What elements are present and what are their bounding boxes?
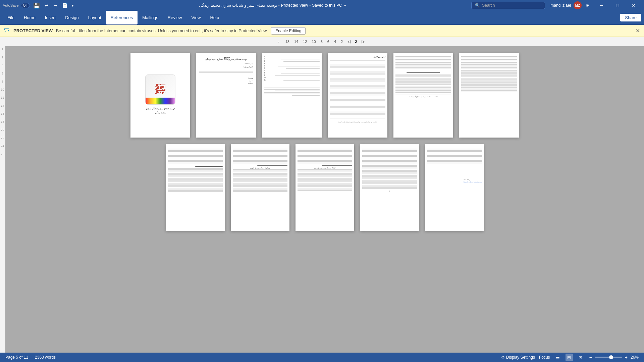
ruler-18[interactable]: 18 (284, 39, 291, 44)
page-text-8[interactable]: روش‌ها و ساختار سبز شهری (231, 144, 289, 231)
ruler-nav-prev[interactable]: ◁ (346, 39, 352, 45)
page-toc[interactable]: موضوع :توسعه فضاهای سبز و شادآب سازی محی… (196, 53, 256, 138)
page-text-4[interactable]: فصل سوم : نتیجه (328, 53, 387, 138)
page-text-9[interactable]: ارتقاء محیط زیست و سبزسازی (296, 144, 354, 231)
ruler-14[interactable]: 14 (292, 39, 300, 44)
ruler-2b[interactable]: 2 (353, 39, 359, 44)
tab-review[interactable]: Review (163, 11, 187, 24)
tab-view[interactable]: View (186, 11, 205, 24)
ruler-nav-next[interactable]: ▷ (360, 39, 366, 45)
shield-icon: 🛡 (4, 27, 10, 34)
zoom-minus-button[interactable]: − (588, 355, 593, 360)
zoom-level: 26% (631, 355, 639, 360)
dropdown2-icon[interactable]: ▼ (343, 4, 347, 7)
page-text-5[interactable]: خلاصه کد خلاصه، در قسمت نتایج آمده است (393, 53, 453, 138)
document-title: توسعه فضای سبز و شادآب سازی محیط زندگی (199, 3, 277, 8)
page-text-6[interactable] (459, 53, 519, 138)
pages-row-2: روش‌ها و ساختار سبز شهری (19, 144, 631, 231)
ruler-6[interactable]: 6 (326, 39, 331, 44)
search-icon: 🔍 (475, 3, 480, 8)
left-ruler: 2 2 4 6 8 10 12 14 16 18 20 22 24 26 (0, 46, 5, 353)
save-icon[interactable]: 💾 (32, 2, 41, 9)
document-canvas[interactable]: ﷽ توسعه فضای سبز و شادآب سازی محیط زندگی… (5, 46, 644, 353)
search-placeholder: Search (482, 3, 495, 8)
title-bar-left: AutoSave Off 💾 ↩ ↪ 📄 ▼ (3, 2, 74, 9)
ribbon-display-icon[interactable]: ⊞ (584, 2, 591, 9)
user-avatar[interactable]: MZ (574, 1, 582, 9)
zoom-track[interactable] (595, 357, 622, 358)
status-bar: Page 5 of 11 2363 words ⚙ Display Settin… (0, 353, 644, 362)
search-box[interactable]: 🔍 Search (471, 2, 545, 9)
focus-button[interactable]: Focus (539, 355, 550, 360)
zoom-plus-button[interactable]: + (624, 355, 629, 360)
autosave-toggle[interactable]: Off (21, 3, 30, 8)
ruler-10[interactable]: 10 (310, 39, 317, 44)
ruler-8[interactable]: 8 (319, 39, 324, 44)
minimize-button[interactable]: ─ (594, 0, 609, 11)
settings-icon: ⚙ (501, 355, 505, 360)
pages-row-1: ﷽ توسعه فضای سبز و شادآب سازی محیط زندگی… (19, 53, 631, 138)
protected-close-icon[interactable]: ✕ (636, 28, 640, 34)
ruler-12[interactable]: 12 (301, 39, 309, 44)
page-text-3[interactable]: 1 2 3 4 5 6 7 8 9 10 11 (262, 53, 322, 138)
view-page-thumbnails[interactable]: ⊞ (566, 354, 573, 361)
ruler-4[interactable]: 4 (332, 39, 338, 44)
window-controls: ─ □ ✕ (594, 0, 641, 11)
tab-layout[interactable]: Layout (84, 11, 106, 24)
view-web-layout[interactable]: ⊡ (577, 354, 584, 361)
protected-view-bar: 🛡 PROTECTED VIEW Be careful—files from t… (0, 25, 644, 37)
enable-editing-button[interactable]: Enable Editing (271, 27, 306, 35)
main-area: 2 2 4 6 8 10 12 14 16 18 20 22 24 26 ﷽ (0, 46, 644, 353)
separator: - (278, 3, 280, 8)
left-ruler-icon[interactable]: ↕ (278, 40, 280, 43)
tab-file[interactable]: File (3, 11, 19, 24)
page-info: Page 5 of 11 (5, 355, 28, 360)
zoom-slider: − + 26% (588, 355, 639, 360)
tab-help[interactable]: Help (205, 11, 224, 24)
dropdown-icon[interactable]: ▼ (71, 4, 74, 7)
redo-icon[interactable]: ↪ (52, 2, 59, 9)
page-text-7[interactable] (166, 144, 225, 231)
ruler-2a[interactable]: 2 (339, 39, 344, 44)
page-cover[interactable]: ﷽ توسعه فضای سبز و شادآب سازی محیط زندگی (130, 53, 190, 138)
protected-message: Be careful—files from the Internet can c… (56, 29, 268, 33)
title-bar-right: 🔍 Search mahdi ziaei MZ ⊞ ─ □ ✕ (471, 0, 641, 11)
autosave-label: AutoSave (3, 3, 19, 7)
status-bar-right: ⚙ Display Settings Focus ☰ ⊞ ⊡ − + 26% (501, 354, 639, 361)
maximize-button[interactable]: □ (610, 0, 625, 11)
tab-mailings[interactable]: Mailings (138, 11, 163, 24)
share-button[interactable]: Share (620, 14, 641, 21)
ruler-bar: ↕ 18 14 12 10 8 6 4 2 ◁ 2 ▷ (0, 37, 644, 46)
word-count: 2363 words (35, 355, 56, 360)
protected-title: PROTECTED VIEW (13, 28, 53, 33)
view-mode: Protected View (281, 3, 308, 8)
zoom-thumb[interactable] (609, 355, 613, 359)
tab-home[interactable]: Home (19, 11, 40, 24)
tab-references[interactable]: References (106, 11, 138, 24)
ribbon: File Home Insert Design Layout Reference… (0, 11, 644, 25)
title-bar: AutoSave Off 💾 ↩ ↪ 📄 ▼ توسعه فضای سبز و … (0, 0, 644, 11)
tab-design[interactable]: Design (60, 11, 83, 24)
close-button[interactable]: ✕ (626, 0, 641, 11)
user-name: mahdi ziaei (550, 3, 571, 8)
view-print-layout[interactable]: ☰ (554, 354, 561, 361)
title-bar-center: توسعه فضای سبز و شادآب سازی محیط زندگی -… (199, 3, 346, 8)
document-icon[interactable]: 📄 (61, 2, 69, 9)
page-text-11[interactable]: ارتباط با ما : https://monkeyarts.blogfa… (425, 144, 484, 231)
undo-icon[interactable]: ↩ (43, 2, 50, 9)
display-settings-icon[interactable]: ⚙ Display Settings (501, 355, 535, 360)
tab-insert[interactable]: Insert (40, 11, 61, 24)
separator2: - (309, 3, 311, 8)
saved-status: Saved to this PC (312, 3, 342, 8)
page-text-10[interactable]: 5 (360, 144, 419, 231)
